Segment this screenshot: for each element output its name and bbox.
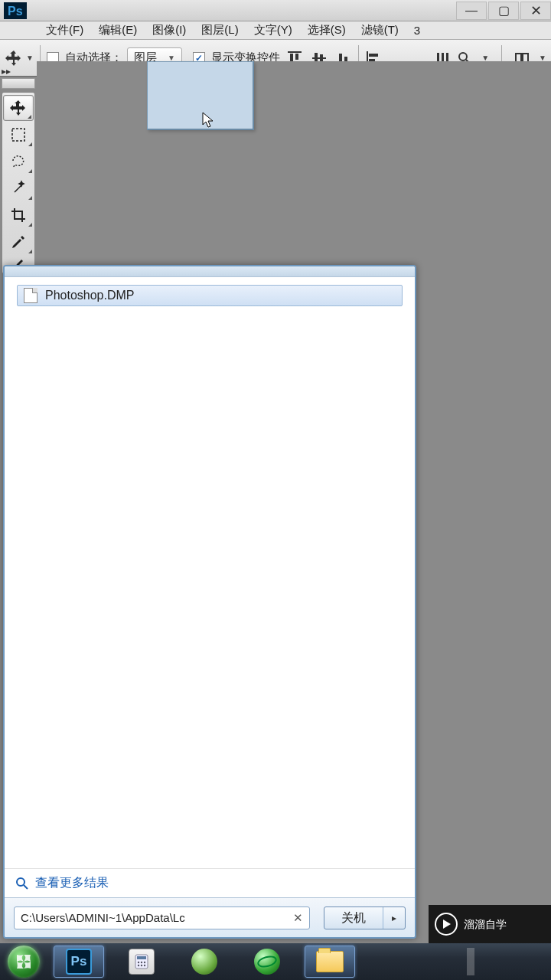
watermark-badge: 溜溜自学 bbox=[429, 905, 551, 943]
panel-collapse-icon[interactable]: ▸▸ bbox=[2, 66, 12, 77]
svg-rect-7 bbox=[320, 54, 323, 62]
svg-rect-21 bbox=[12, 129, 24, 141]
globe-alt-icon bbox=[254, 949, 280, 975]
search-result-item[interactable]: Photoshop.DMP bbox=[17, 285, 403, 306]
menu-image[interactable]: 图像(I) bbox=[145, 21, 194, 39]
file-icon bbox=[24, 288, 37, 303]
menu-filter[interactable]: 滤镜(T) bbox=[354, 21, 406, 39]
window-controls: — ▢ ✕ bbox=[455, 2, 551, 20]
see-more-results-link[interactable]: 查看更多结果 bbox=[5, 868, 415, 897]
menu-type[interactable]: 文字(Y) bbox=[246, 21, 300, 39]
taskbar-browser-2[interactable] bbox=[242, 946, 292, 978]
mouse-cursor-icon bbox=[201, 111, 217, 132]
start-menu-search-popup: Photoshop.DMP 查看更多结果 C:\Users\ADMINI~1\A… bbox=[3, 265, 416, 939]
taskbar-explorer[interactable] bbox=[305, 946, 355, 978]
move-tool-indicator-icon bbox=[5, 49, 23, 67]
photoshop-icon: Ps bbox=[66, 949, 92, 975]
flyout-indicator-icon bbox=[28, 196, 32, 200]
folder-icon bbox=[316, 951, 344, 972]
tray-edge bbox=[467, 948, 474, 975]
close-button[interactable]: ✕ bbox=[520, 2, 551, 20]
minimize-button[interactable]: — bbox=[456, 2, 487, 20]
flyout-indicator-icon bbox=[28, 250, 32, 253]
svg-point-29 bbox=[144, 962, 145, 963]
ps-logo: Ps bbox=[0, 1, 31, 21]
lasso-tool[interactable] bbox=[3, 149, 34, 175]
search-input-value: C:\Users\ADMINI~1\AppData\Lc bbox=[21, 911, 185, 924]
marquee-tool[interactable] bbox=[3, 122, 34, 148]
svg-text:Ps: Ps bbox=[8, 5, 23, 18]
magic-wand-tool[interactable] bbox=[3, 175, 34, 201]
toolbox bbox=[2, 92, 35, 274]
svg-point-30 bbox=[138, 965, 139, 966]
svg-rect-4 bbox=[295, 54, 298, 60]
flyout-indicator-icon bbox=[28, 142, 32, 146]
menu-bar: 文件(F) 编辑(E) 图像(I) 图层(L) 文字(Y) 选择(S) 滤镜(T… bbox=[0, 21, 551, 40]
power-label: 关机 bbox=[324, 907, 383, 929]
start-button[interactable] bbox=[0, 943, 47, 980]
taskbar-browser-1[interactable] bbox=[179, 946, 230, 978]
title-bar: Ps — ▢ ✕ bbox=[0, 0, 551, 21]
result-filename: Photoshop.DMP bbox=[45, 289, 135, 302]
svg-point-31 bbox=[141, 965, 142, 966]
globe-icon bbox=[191, 949, 217, 975]
start-menu-footer: C:\Users\ADMINI~1\AppData\Lc ✕ 关机 ▸ bbox=[5, 897, 415, 937]
svg-point-22 bbox=[17, 878, 24, 886]
watermark-brand: 溜溜自学 bbox=[464, 917, 507, 931]
flyout-indicator-icon bbox=[28, 223, 32, 227]
windows-logo-icon bbox=[15, 953, 32, 970]
menu-layer[interactable]: 图层(L) bbox=[194, 21, 246, 39]
move-tool[interactable] bbox=[3, 95, 34, 121]
calculator-icon bbox=[129, 949, 155, 975]
flyout-indicator-icon bbox=[28, 169, 32, 173]
menu-file[interactable]: 文件(F) bbox=[38, 21, 91, 39]
svg-point-27 bbox=[138, 962, 139, 963]
tool-preset-caret-icon[interactable]: ▼ bbox=[26, 54, 34, 62]
search-input[interactable]: C:\Users\ADMINI~1\AppData\Lc ✕ bbox=[14, 906, 310, 929]
eyedropper-tool[interactable] bbox=[3, 229, 34, 255]
taskbar: Ps bbox=[0, 943, 551, 980]
power-menu-arrow-icon[interactable]: ▸ bbox=[383, 913, 405, 923]
maximize-button[interactable]: ▢ bbox=[488, 2, 519, 20]
flyout-indicator-icon bbox=[28, 115, 31, 119]
search-icon bbox=[15, 877, 29, 890]
taskbar-photoshop[interactable]: Ps bbox=[54, 946, 104, 978]
crop-tool[interactable] bbox=[3, 202, 34, 228]
ruler-corner bbox=[2, 78, 35, 89]
svg-rect-26 bbox=[137, 956, 146, 959]
dropdown-preview-panel bbox=[147, 61, 254, 130]
more-results-label: 查看更多结果 bbox=[35, 875, 109, 891]
svg-point-17 bbox=[459, 53, 467, 60]
svg-marker-24 bbox=[443, 920, 451, 929]
menu-edit[interactable]: 编辑(E) bbox=[91, 21, 145, 39]
taskbar-calculator[interactable] bbox=[116, 946, 167, 978]
menu-3d-cut[interactable]: 3 bbox=[406, 22, 423, 38]
watermark-logo-icon bbox=[435, 913, 458, 936]
svg-point-32 bbox=[144, 965, 145, 966]
svg-rect-12 bbox=[369, 54, 378, 57]
svg-line-23 bbox=[24, 885, 28, 889]
power-button[interactable]: 关机 ▸ bbox=[324, 906, 406, 929]
popup-header bbox=[5, 266, 415, 277]
svg-point-28 bbox=[141, 962, 142, 963]
search-results-list: Photoshop.DMP bbox=[5, 277, 415, 868]
menu-select[interactable]: 选择(S) bbox=[300, 21, 354, 39]
clear-search-icon[interactable]: ✕ bbox=[293, 911, 303, 925]
